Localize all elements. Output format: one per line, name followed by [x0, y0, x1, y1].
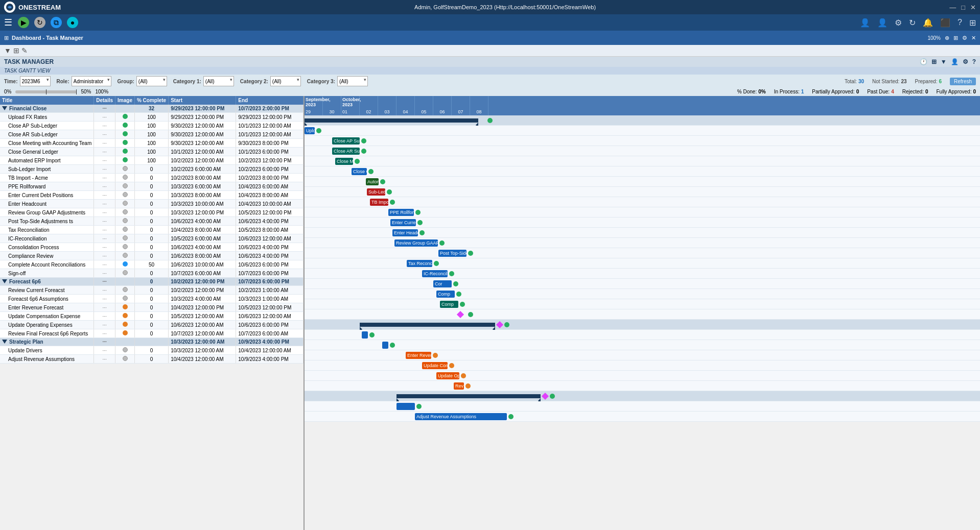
help-icon[interactable]: ?	[958, 18, 962, 27]
hamburger-menu[interactable]: ☰	[4, 17, 12, 28]
gantt-end-dot[interactable]	[439, 240, 445, 246]
task-details[interactable]: ···	[94, 303, 115, 312]
task-details[interactable]: ···	[94, 329, 115, 338]
gantt-milestone[interactable]	[457, 311, 464, 318]
task-details[interactable]: ···	[94, 286, 115, 295]
task-details[interactable]: ···	[94, 165, 115, 174]
details-dots-icon[interactable]: ···	[102, 123, 106, 129]
gantt-task-bar[interactable]: PPE Rollforward	[388, 209, 414, 216]
gantt-end-dot[interactable]	[461, 373, 466, 378]
gantt-end-dot[interactable]	[449, 363, 454, 368]
gantt-end-dot[interactable]	[361, 149, 366, 154]
window-controls[interactable]: — □ ✕	[949, 4, 976, 11]
task-details[interactable]: ···	[94, 243, 115, 252]
toolbar-btn-2[interactable]: ↻	[33, 15, 47, 30]
role-select[interactable]: Administrator	[72, 76, 111, 86]
tm-clock-icon[interactable]: 🕐	[920, 58, 927, 65]
gantt-task-bar[interactable]: Close AR Sub-Ledg	[332, 148, 360, 155]
layout-icon[interactable]: ⊞	[953, 35, 958, 41]
gantt-task-bar[interactable]: Adjust Revenue Assumptions	[415, 413, 507, 420]
gantt-end-dot[interactable]	[355, 159, 360, 164]
task-details[interactable]: ···	[94, 200, 115, 208]
details-dots-icon[interactable]: ···	[102, 322, 106, 328]
details-dots-icon[interactable]: ···	[102, 175, 106, 181]
task-details[interactable]: ···	[94, 355, 115, 364]
details-dots-icon[interactable]: ···	[102, 219, 106, 224]
task-details[interactable]: ···	[94, 122, 115, 130]
details-dots-icon[interactable]: ···	[102, 305, 106, 310]
task-details[interactable]: ···	[94, 148, 115, 156]
gantt-task-bar[interactable]	[396, 403, 415, 410]
details-dots-icon[interactable]: ···	[102, 201, 106, 207]
gantt-task-bar[interactable]: Upload F	[305, 127, 315, 134]
tm-help-icon[interactable]: ?	[972, 58, 976, 65]
task-details[interactable]: ···	[94, 346, 115, 355]
gantt-task-bar[interactable]	[382, 342, 388, 349]
details-dots-icon[interactable]: ···	[102, 114, 106, 120]
details-dots-icon[interactable]: ···	[102, 149, 106, 155]
task-details[interactable]: ···	[94, 105, 115, 113]
task-title[interactable]: Financial Close	[0, 105, 94, 113]
gantt-task-bar[interactable]: Tax Reconciliation	[407, 260, 432, 267]
gantt-end-dot[interactable]	[465, 383, 471, 389]
details-dots-icon[interactable]: ···	[102, 210, 106, 215]
gantt-end-dot[interactable]	[453, 281, 458, 286]
gantt-end-dot[interactable]	[417, 220, 423, 225]
gantt-end-dot[interactable]	[419, 230, 425, 235]
task-details[interactable]: ···	[94, 260, 115, 269]
gantt-end-dot[interactable]	[456, 292, 461, 297]
dash-close-icon[interactable]: ✕	[971, 35, 976, 41]
gantt-task-bar[interactable]: Enter Revenue Fore	[406, 352, 431, 359]
gantt-end-dot[interactable]	[508, 414, 514, 419]
toolbar-btn-4[interactable]: ●	[65, 15, 80, 30]
gantt-end-dot[interactable]	[460, 302, 465, 307]
gantt-end-dot[interactable]	[449, 271, 454, 276]
details-dots-icon[interactable]: ···	[102, 192, 106, 198]
details-dots-icon[interactable]: ···	[102, 184, 106, 189]
gantt-task-bar[interactable]: Cor	[433, 280, 452, 287]
refresh-button[interactable]: Refresh	[950, 78, 976, 85]
gantt-task-bar[interactable]: Close Genera	[352, 168, 367, 175]
dash-settings-icon[interactable]: ⚙	[962, 35, 967, 41]
details-dots-icon[interactable]: ···	[102, 331, 106, 336]
task-details[interactable]: ···	[94, 234, 115, 243]
task-details[interactable]: ···	[94, 226, 115, 234]
details-dots-icon[interactable]: ···	[102, 339, 106, 345]
gantt-end-dot[interactable]	[361, 138, 366, 143]
screen-icon[interactable]: ⬛	[940, 18, 950, 28]
cat3-select[interactable]: (All)	[337, 76, 368, 86]
task-details[interactable]: ···	[94, 208, 115, 217]
gantt-dot[interactable]	[468, 312, 473, 317]
toolbar-btn-3[interactable]: ⧉	[49, 15, 63, 30]
admin-icon[interactable]: 👤	[877, 18, 888, 28]
gantt-milestone[interactable]	[542, 393, 549, 400]
gantt-end-dot[interactable]	[380, 179, 385, 184]
gantt-end-dot[interactable]	[368, 169, 374, 174]
gantt-end-dot[interactable]	[433, 353, 438, 358]
task-details[interactable]: ···	[94, 252, 115, 260]
details-dots-icon[interactable]: ···	[102, 158, 106, 163]
gantt-end-dot[interactable]	[390, 343, 395, 348]
gantt-dot[interactable]	[504, 322, 509, 327]
time-select[interactable]: 2023M6	[20, 76, 51, 86]
gantt-task-bar[interactable]: Update Operating	[436, 372, 459, 379]
gantt-task-bar[interactable]	[362, 331, 368, 339]
details-dots-icon[interactable]: ···	[102, 296, 106, 302]
settings-icon[interactable]: ⚙	[895, 18, 902, 28]
task-details[interactable]: ···	[94, 269, 115, 278]
gantt-task-bar[interactable]: Close M	[335, 158, 353, 165]
user-icon[interactable]: 👤	[860, 18, 870, 28]
expand-icon[interactable]	[2, 106, 7, 110]
task-details[interactable]: ···	[94, 295, 115, 303]
close-btn[interactable]: ✕	[970, 4, 976, 11]
gantt-task-bar[interactable]: Enter Current Debt	[390, 219, 416, 226]
tm-grid-icon[interactable]: ⊞	[931, 58, 937, 65]
task-title[interactable]: Forecast 6p6	[0, 278, 94, 286]
cat1-select[interactable]: (All)	[203, 76, 234, 86]
tm-filter-icon[interactable]: ▼	[941, 58, 947, 65]
details-dots-icon[interactable]: ···	[102, 279, 106, 284]
task-title[interactable]: Strategic Plan	[0, 338, 94, 346]
task-details[interactable]: ···	[94, 130, 115, 139]
task-details[interactable]: ···	[94, 191, 115, 200]
reload-icon[interactable]: ↻	[909, 18, 916, 28]
